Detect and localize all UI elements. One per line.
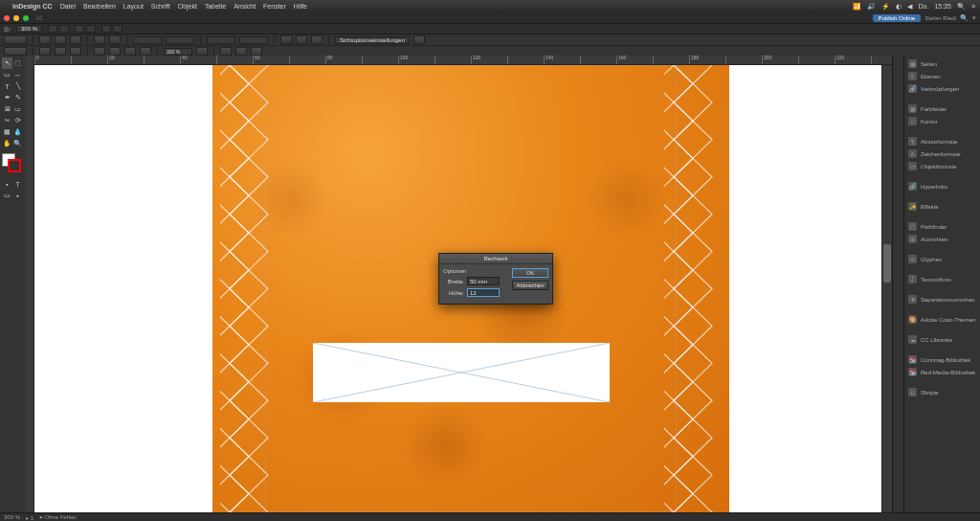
panel-ausrichten[interactable]: ⊞Ausrichten bbox=[904, 233, 980, 245]
cancel-button[interactable]: Abbrechen bbox=[512, 281, 548, 290]
ctrl-button[interactable] bbox=[311, 35, 323, 44]
menubar-icon[interactable]: 🔊 bbox=[867, 3, 876, 11]
vertical-scrollbar[interactable] bbox=[881, 65, 892, 512]
ctrl-button[interactable] bbox=[94, 35, 105, 44]
hand-tool[interactable]: ✋ bbox=[2, 138, 12, 149]
panel-seiten[interactable]: ▦Seiten bbox=[904, 57, 980, 70]
page-tool[interactable]: ▭ bbox=[2, 69, 12, 80]
pencil-tool[interactable]: ✎ bbox=[12, 92, 23, 103]
menubar-icon[interactable]: ◐ bbox=[896, 3, 902, 11]
ok-button[interactable]: OK bbox=[512, 268, 548, 278]
menu-datei[interactable]: Datei bbox=[60, 3, 76, 10]
apply-color-button[interactable]: ▪ bbox=[2, 178, 12, 190]
bridge-icon[interactable]: Br bbox=[4, 26, 11, 33]
ctrl-button[interactable] bbox=[39, 35, 51, 44]
ctrl-button[interactable] bbox=[70, 35, 81, 44]
scissors-tool[interactable]: ✂ bbox=[2, 115, 12, 126]
window-zoom-icon[interactable] bbox=[23, 15, 29, 21]
fill-stroke-proxy[interactable] bbox=[4, 35, 27, 44]
panel-farbfelder[interactable]: ▦Farbfelder bbox=[904, 102, 980, 115]
free-transform-tool[interactable]: ⟳ bbox=[12, 115, 23, 126]
panel-pathfinder[interactable]: ⬡Pathfinder bbox=[904, 220, 980, 233]
view-mode-button[interactable] bbox=[59, 25, 69, 33]
status-preflight[interactable]: ● Ohne Fehler bbox=[39, 514, 77, 520]
ctrl-button[interactable] bbox=[39, 47, 51, 56]
panel-adobe-color-themen[interactable]: 🎨Adobe Color-Themen bbox=[904, 313, 980, 326]
screen-mode-button[interactable] bbox=[113, 25, 122, 33]
menu-bearbeiten[interactable]: Bearbeiten bbox=[83, 3, 116, 10]
arrange-button[interactable] bbox=[75, 25, 84, 33]
screen-mode-button[interactable] bbox=[101, 25, 111, 33]
ctrl-button[interactable] bbox=[55, 47, 66, 56]
horizontal-ruler[interactable] bbox=[25, 56, 892, 65]
selection-tool[interactable]: ↖ bbox=[2, 57, 12, 69]
panel-connnag-bibliothek[interactable]: 📚Connnag-Bibliothek bbox=[904, 353, 980, 366]
app-name[interactable]: InDesign CC bbox=[12, 3, 53, 10]
panel-effekte[interactable]: ✨Effekte bbox=[904, 200, 980, 213]
view-options-select[interactable]: Sichtoptionseinstellungen bbox=[335, 36, 410, 44]
menubar-time[interactable]: 15:35 bbox=[934, 3, 951, 10]
panel-objektformate[interactable]: ▭Objektformate bbox=[904, 160, 980, 172]
publish-online-button[interactable]: Publish Online bbox=[873, 14, 922, 22]
menu-ansicht[interactable]: Ansicht bbox=[234, 3, 256, 10]
menu-schrift[interactable]: Schrift bbox=[151, 3, 170, 10]
menubar-day[interactable]: Do. bbox=[918, 3, 928, 10]
fill-stroke-swatch[interactable] bbox=[2, 153, 23, 174]
ctrl-button[interactable] bbox=[109, 35, 121, 44]
vertical-ruler[interactable] bbox=[25, 65, 34, 512]
panel-dock-strip[interactable] bbox=[892, 56, 903, 512]
ctrl-button[interactable] bbox=[109, 47, 121, 56]
height-input[interactable] bbox=[239, 36, 268, 44]
scrollbar-thumb[interactable] bbox=[883, 244, 891, 283]
x-position-input[interactable] bbox=[133, 36, 162, 44]
menu-fenster[interactable]: Fenster bbox=[263, 3, 286, 10]
ctrl-button[interactable] bbox=[196, 47, 208, 56]
view-mode-preview[interactable]: ▪ bbox=[12, 190, 23, 201]
width-input[interactable] bbox=[467, 277, 500, 285]
width-input[interactable] bbox=[207, 36, 235, 44]
spotlight-icon[interactable]: 🔍 bbox=[957, 3, 966, 11]
panel-zeichenformate[interactable]: AZeichenformate bbox=[904, 147, 980, 160]
panel-glyphen[interactable]: GGlyphen bbox=[904, 253, 980, 265]
ctrl-button[interactable] bbox=[140, 47, 151, 56]
ctrl-button[interactable] bbox=[251, 47, 262, 56]
panel-cc-libraries[interactable]: ☁CC Libraries bbox=[904, 333, 980, 346]
window-minimize-icon[interactable] bbox=[13, 15, 19, 21]
menu-objekt[interactable]: Objekt bbox=[178, 3, 197, 10]
window-close-icon[interactable] bbox=[4, 15, 10, 21]
panel-kontur[interactable]: ○Kontur bbox=[904, 115, 980, 127]
user-name-label[interactable]: Stefan Riedl bbox=[924, 15, 956, 21]
menu-layout[interactable]: Layout bbox=[123, 3, 144, 10]
empty-graphic-frame[interactable] bbox=[313, 343, 610, 402]
menu-hilfe[interactable]: Hilfe bbox=[294, 3, 307, 10]
y-position-input[interactable] bbox=[166, 36, 194, 44]
opacity-input[interactable] bbox=[164, 48, 192, 56]
view-mode-normal[interactable]: ▭ bbox=[2, 190, 12, 201]
rectangle-frame-tool[interactable]: ⊠ bbox=[2, 103, 12, 115]
menubar-icon[interactable]: ◀ bbox=[907, 3, 912, 11]
panel-separationsvorschau[interactable]: 👁Separationsvorschau bbox=[904, 293, 980, 306]
panel-red-media-bibliothek[interactable]: 📚Red-Media-Bibliothek bbox=[904, 366, 980, 378]
pen-tool[interactable]: ✒ bbox=[2, 92, 12, 103]
menubar-icon[interactable]: ⚡ bbox=[881, 3, 890, 11]
menubar-list-icon[interactable]: ≡ bbox=[971, 3, 975, 10]
chrome-search-icon[interactable]: 🔍 bbox=[960, 14, 969, 22]
ruler-origin[interactable] bbox=[25, 56, 34, 65]
panel-hyperlinks[interactable]: 🔗Hyperlinks bbox=[904, 180, 980, 193]
ctrl-button[interactable] bbox=[220, 47, 232, 56]
gap-tool[interactable]: ↔ bbox=[12, 69, 23, 80]
panel-ebenen[interactable]: ≡Ebenen bbox=[904, 70, 980, 82]
menu-tabelle[interactable]: Tabelle bbox=[205, 3, 226, 10]
arrange-button[interactable] bbox=[86, 25, 96, 33]
fill-stroke-proxy[interactable] bbox=[4, 47, 27, 56]
stroke-swatch-icon[interactable] bbox=[8, 159, 21, 172]
workspace-switcher-icon[interactable]: ▾ bbox=[972, 14, 976, 22]
menubar-icon[interactable]: 📶 bbox=[853, 3, 861, 11]
status-zoom[interactable]: 300 % bbox=[4, 514, 20, 520]
text-format-button[interactable]: T bbox=[12, 178, 23, 190]
ctrl-button[interactable] bbox=[70, 47, 81, 56]
ctrl-button[interactable] bbox=[94, 47, 105, 56]
view-mode-button[interactable] bbox=[48, 25, 57, 33]
zoom-tool[interactable]: 🔍 bbox=[12, 138, 23, 149]
ctrl-button[interactable] bbox=[413, 35, 425, 44]
